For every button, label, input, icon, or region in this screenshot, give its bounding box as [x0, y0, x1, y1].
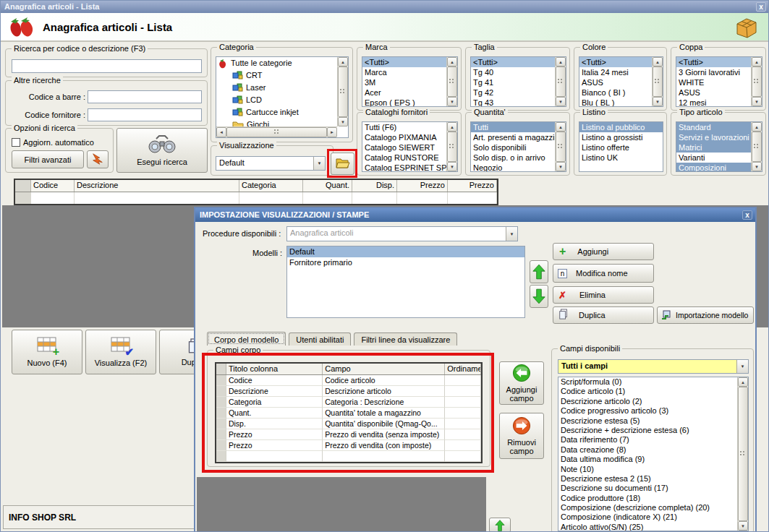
quantity-list[interactable]: TuttiArt. presenti a magazzinoSolo dispo…: [470, 121, 566, 172]
list-item[interactable]: Data creazione (8): [558, 445, 748, 455]
results-column-header[interactable]: Descrizione: [75, 180, 239, 192]
import-model-button[interactable]: Importazione modello: [657, 306, 754, 324]
list-item[interactable]: Codice produttore (18): [558, 494, 748, 503]
list-item[interactable]: Italia 24 mesi: [579, 67, 663, 77]
brand-list[interactable]: <Tutti>Marca3MAcerEpson ( EPS ): [362, 56, 458, 107]
list-item[interactable]: <Tutti>: [579, 57, 663, 67]
dialog-close-button[interactable]: x: [742, 210, 752, 220]
models-list[interactable]: DefaultFornitore primario: [286, 246, 525, 318]
list-item[interactable]: Data ultima modifica (9): [558, 455, 748, 464]
list-item[interactable]: ASUS: [579, 77, 663, 87]
list-item[interactable]: Descrizione estesa (5): [558, 416, 748, 426]
list-item[interactable]: Negozio: [471, 163, 566, 172]
list-item[interactable]: ASUS: [676, 87, 762, 98]
table-row[interactable]: Categoria Categoria : Descrizione: [216, 397, 481, 408]
chevron-down-icon[interactable]: [506, 227, 517, 241]
scrollbar[interactable]: [555, 122, 566, 171]
price-list-list[interactable]: Listino al pubblicoListino a grossistiLi…: [579, 121, 663, 172]
article-type-list[interactable]: StandardServizi e lavorazioniMatriciVari…: [676, 121, 762, 172]
list-item[interactable]: Catalogo SIEWERT: [362, 142, 457, 153]
category-tree-item[interactable]: CRT: [216, 69, 337, 82]
auto-update-checkbox[interactable]: [12, 138, 20, 147]
results-column-header[interactable]: [15, 180, 31, 192]
list-item[interactable]: Tutti: [471, 122, 566, 132]
list-item[interactable]: Articolo attivo(S/N) (25): [558, 523, 748, 531]
list-item[interactable]: Listino al pubblico: [579, 122, 663, 132]
scrollbar[interactable]: [751, 57, 762, 106]
results-column-header[interactable]: Prezzo: [397, 180, 448, 192]
remove-field-button[interactable]: Rimuovi campo: [499, 413, 544, 459]
list-item[interactable]: Marca: [362, 67, 457, 77]
list-item[interactable]: Tg 42: [471, 87, 566, 98]
body-fields-table-header[interactable]: Titolo colonna Campo Ordiname...: [216, 364, 481, 375]
list-item[interactable]: <Tutti>: [471, 57, 566, 67]
delete-model-button[interactable]: Elimina: [553, 286, 654, 304]
available-fields-list[interactable]: Script/formula (0)Codice articolo (1)Des…: [558, 377, 749, 531]
list-item[interactable]: Tg 41: [471, 77, 566, 87]
list-item[interactable]: Codice articolo (1): [558, 387, 748, 396]
results-table-header[interactable]: CodiceDescrizioneCategoriaQuant.Disp.Pre…: [15, 180, 497, 192]
category-tree-root[interactable]: Tutte le categorie: [216, 57, 337, 69]
list-item[interactable]: Solo disp. o in arrivo: [471, 153, 566, 163]
tab-filtri-linee[interactable]: Filtri linee da visualizzare: [354, 332, 457, 346]
scrollbar[interactable]: [555, 57, 566, 106]
list-item[interactable]: <Tutti>: [676, 57, 762, 67]
add-model-button[interactable]: Aggiungi: [553, 243, 654, 260]
results-column-header[interactable]: Categoria: [239, 180, 303, 192]
view-combo[interactable]: Default: [216, 156, 326, 171]
list-item[interactable]: Acer: [362, 87, 457, 98]
rename-model-button[interactable]: Modifica nome: [553, 264, 654, 283]
list-item[interactable]: Descrizione su documenti (17): [558, 484, 748, 493]
list-item[interactable]: Composizione (descrizione completa) (20): [558, 503, 748, 512]
list-item[interactable]: Solo disponibili: [471, 142, 566, 153]
results-column-header[interactable]: Prezzo: [448, 180, 497, 192]
window-titlebar[interactable]: Anagrafica articoli - Lista x: [1, 1, 768, 13]
table-row[interactable]: Codice Codice articolo: [216, 375, 481, 386]
scrollbar-thumb[interactable]: [338, 66, 348, 117]
list-item[interactable]: Composizione (indicatore X) (21): [558, 512, 748, 522]
list-item[interactable]: Bianco ( BI ): [579, 87, 663, 98]
list-item[interactable]: Varianti: [676, 153, 762, 163]
scrollbar[interactable]: [446, 57, 457, 106]
new-record-button[interactable]: Nuovo (F4): [12, 330, 82, 374]
supplier-catalogs-list[interactable]: Tutti (F6)Catalogo PIXMANIACatalogo SIEW…: [362, 121, 458, 172]
chevron-down-icon[interactable]: [736, 360, 748, 373]
list-item[interactable]: Data riferimento (7): [558, 435, 748, 445]
list-item[interactable]: 3 Giorni lavorativi: [676, 67, 762, 77]
quick-filter-arrow-button[interactable]: [87, 150, 109, 168]
scroll-right-button[interactable]: [327, 127, 337, 137]
results-empty-row[interactable]: [15, 192, 497, 204]
scrollbar[interactable]: [751, 122, 762, 171]
results-table[interactable]: CodiceDescrizioneCategoriaQuant.Disp.Pre…: [14, 179, 498, 205]
move-field-up-button[interactable]: [489, 518, 511, 532]
list-item[interactable]: Catalog ESPRINET SPA: [362, 163, 457, 172]
category-tree-item[interactable]: Giochi: [216, 119, 337, 126]
view-record-button[interactable]: Visualizza (F2): [85, 330, 156, 374]
list-item[interactable]: Epson ( EPS ): [362, 98, 457, 107]
scrollbar[interactable]: [652, 57, 663, 106]
list-item[interactable]: Descrizione articolo (2): [558, 397, 748, 406]
list-item[interactable]: Tg 43: [471, 98, 566, 107]
column-header[interactable]: Ordiname...: [445, 364, 481, 374]
advanced-filters-button[interactable]: Filtri avanzati: [12, 150, 84, 168]
list-item[interactable]: Listino offerte: [579, 142, 663, 153]
results-column-header[interactable]: Disp.: [352, 180, 397, 192]
list-item[interactable]: Composizioni: [676, 163, 762, 172]
list-item[interactable]: Tutti (F6): [362, 122, 457, 132]
procedures-combo[interactable]: Anagrafica articoli: [286, 226, 518, 241]
size-list[interactable]: <Tutti>Tg 40Tg 41Tg 42Tg 43: [470, 56, 566, 107]
list-item[interactable]: Note (10): [558, 465, 748, 474]
body-fields-table[interactable]: Titolo colonna Campo Ordiname... Codice …: [215, 362, 483, 463]
supplier-code-input[interactable]: [88, 108, 202, 121]
tab-utenti-abilitati[interactable]: Utenti abilitati: [289, 332, 351, 346]
list-item[interactable]: Standard: [676, 122, 762, 132]
color-list[interactable]: <Tutti>Italia 24 mesiASUSBianco ( BI )Bl…: [579, 56, 663, 107]
results-column-header[interactable]: Codice: [31, 180, 75, 192]
scroll-up-button[interactable]: [338, 57, 348, 66]
barcode-input[interactable]: [88, 90, 202, 103]
list-item[interactable]: 3M: [362, 77, 457, 87]
list-item[interactable]: Blu ( BL ): [579, 98, 663, 107]
list-item[interactable]: Descrizione + descrizione estesa (6): [558, 426, 748, 435]
model-item[interactable]: Default: [287, 246, 524, 257]
list-item[interactable]: Catalog RUNSTORE: [362, 153, 457, 163]
